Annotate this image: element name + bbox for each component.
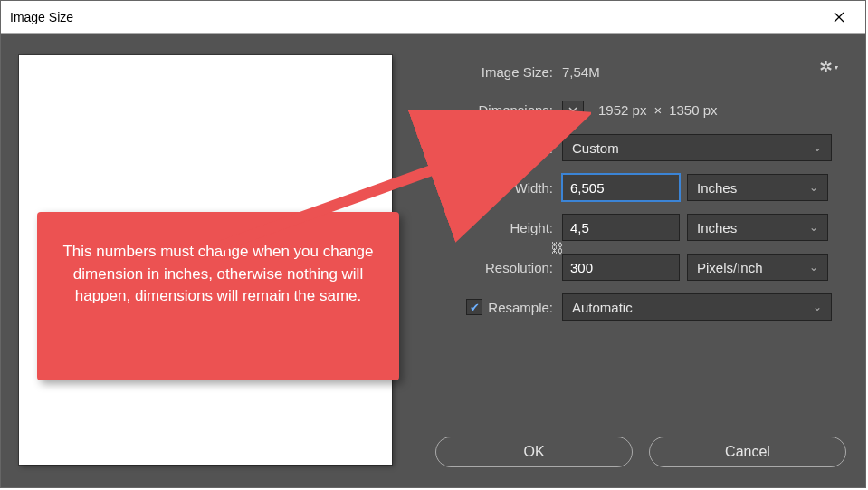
resolution-input[interactable] [562, 254, 680, 281]
height-unit-value: Inches [697, 220, 737, 235]
chevron-down-icon: ⌄ [809, 181, 818, 194]
settings-menu-button[interactable]: ✲ ▾ [819, 57, 838, 77]
dimensions-label: Dimensions: [417, 102, 562, 118]
form-area: ✲ ▾ Image Size: 7,54M Dimensions: 19 [417, 52, 847, 327]
dimensions-width: 1952 px [598, 102, 646, 118]
annotation-text: This numbers must change when you change… [62, 243, 373, 304]
chevron-down-icon: ⌄ [813, 141, 822, 154]
close-icon [834, 12, 844, 23]
ok-label: OK [523, 444, 544, 460]
dimensions-times: × [653, 102, 662, 118]
titlebar: Image Size [1, 1, 865, 34]
button-row: OK Cancel [435, 437, 846, 467]
height-label: Height: [417, 220, 562, 235]
fit-to-label: Fit To: [417, 140, 562, 156]
dimensions-toggle[interactable] [562, 101, 584, 119]
resolution-unit-select[interactable]: Pixels/Inch ⌄ [687, 254, 828, 281]
height-input[interactable] [562, 214, 680, 241]
chevron-down-icon: ⌄ [809, 261, 818, 274]
link-dimensions-toggle[interactable]: ⛓ [548, 216, 565, 279]
resolution-label: Resolution: [417, 260, 562, 275]
dimensions-height: 1350 px [669, 102, 717, 118]
chevron-down-icon: ⌄ [813, 301, 822, 313]
width-input[interactable] [562, 174, 680, 201]
height-unit-select[interactable]: Inches ⌄ [687, 214, 828, 241]
resample-checkbox[interactable] [466, 299, 482, 315]
resample-mode-value: Automatic [572, 300, 633, 315]
image-size-label: Image Size: [417, 64, 562, 80]
chevron-down-icon: ⌄ [809, 221, 818, 234]
cancel-label: Cancel [725, 444, 770, 460]
resample-mode-select[interactable]: Automatic ⌄ [562, 293, 832, 321]
resample-label: Resample: [488, 300, 553, 315]
gear-icon: ✲ [819, 57, 833, 77]
link-icon: ⛓ [550, 240, 564, 255]
width-unit-value: Inches [697, 180, 737, 196]
dialog-body: ✲ ▾ Image Size: 7,54M Dimensions: 19 [1, 34, 865, 487]
chevron-down-icon [568, 104, 578, 115]
fit-to-value: Custom [572, 140, 619, 156]
image-size-value: 7,54M [562, 64, 600, 80]
ok-button[interactable]: OK [435, 437, 633, 467]
annotation-callout: This numbers must change when you change… [37, 212, 399, 380]
window-title: Image Size [10, 10, 73, 24]
width-label: Width: [417, 180, 562, 196]
width-unit-select[interactable]: Inches ⌄ [687, 174, 828, 201]
chevron-down-icon: ▾ [835, 63, 838, 72]
close-button[interactable] [818, 1, 860, 34]
resolution-unit-value: Pixels/Inch [697, 260, 763, 275]
fit-to-select[interactable]: Custom ⌄ [562, 134, 832, 161]
image-size-dialog: Image Size ✲ ▾ Image Size: 7,54M Dimensi… [0, 0, 866, 488]
cancel-button[interactable]: Cancel [649, 437, 846, 467]
